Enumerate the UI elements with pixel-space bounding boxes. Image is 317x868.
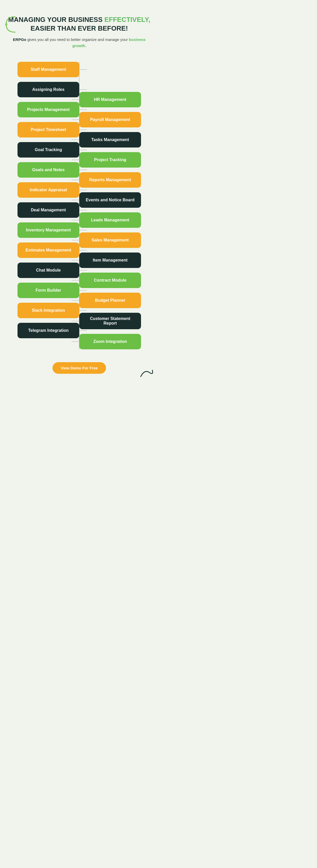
right-item-6[interactable]: Leads Management	[79, 212, 141, 228]
demo-button[interactable]: View Demo For Free	[53, 362, 106, 374]
left-item-12[interactable]: Slack Integration	[18, 303, 79, 318]
page-header: MANAGING YOUR BUSINESS EFFECTIVELY, EASI…	[5, 10, 153, 49]
left-item-7[interactable]: Deal Management	[18, 202, 79, 218]
brand-name: ERPGo	[13, 37, 26, 42]
left-item-10[interactable]: Chat Module	[18, 262, 79, 278]
right-item-7[interactable]: Sales Management	[79, 232, 141, 248]
title-part2: EASIER THAN EVER BEFORE!	[31, 25, 128, 32]
left-item-4[interactable]: Goal Tracking	[18, 142, 79, 158]
right-item-11[interactable]: Customer Statement Report	[79, 313, 141, 329]
right-item-1[interactable]: Payroll Management	[79, 112, 141, 127]
left-item-5[interactable]: Goals and Notes	[18, 162, 79, 178]
left-item-9[interactable]: Estimates Management	[18, 243, 79, 258]
left-item-1[interactable]: Assigning Roles	[18, 82, 79, 97]
right-item-9[interactable]: Contract Module	[79, 273, 141, 288]
left-item-6[interactable]: Indicator Appraisal	[18, 182, 79, 198]
right-item-10[interactable]: Budget Planner	[79, 293, 141, 308]
title-green: EFFECTIVELY,	[104, 16, 150, 24]
deco-curl-right	[139, 368, 155, 379]
right-item-0[interactable]: HR Management	[79, 92, 141, 107]
svg-point-0	[5, 23, 7, 26]
title-part1: MANAGING YOUR BUSINESS	[8, 16, 104, 24]
right-column: HR ManagementPayroll ManagementTasks Man…	[79, 62, 153, 349]
right-item-3[interactable]: Project Tracking	[79, 152, 141, 167]
subtitle: ERPGo gives you all you need to better o…	[8, 36, 151, 49]
left-item-13[interactable]: Telegram Integration	[18, 323, 79, 338]
left-item-3[interactable]: Project Timesheet	[18, 122, 79, 137]
right-item-4[interactable]: Reports Management	[79, 172, 141, 188]
left-item-11[interactable]: Form Builder	[18, 283, 79, 298]
feature-chart: Staff ManagementAssigning RolesProjects …	[5, 62, 153, 349]
right-item-8[interactable]: Item Management	[79, 252, 141, 268]
cta-section: View Demo For Free	[5, 362, 153, 374]
main-title: MANAGING YOUR BUSINESS EFFECTIVELY, EASI…	[8, 16, 151, 33]
right-item-2[interactable]: Tasks Management	[79, 132, 141, 148]
subtitle-plain: gives you all you need to better organiz…	[26, 37, 129, 42]
right-item-5[interactable]: Events and Notice Board	[79, 192, 141, 208]
left-column: Staff ManagementAssigning RolesProjects …	[5, 62, 79, 338]
left-item-0[interactable]: Staff Management	[18, 62, 79, 77]
deco-curl-left	[4, 16, 18, 33]
left-item-2[interactable]: Projects Management	[18, 102, 79, 117]
right-item-12[interactable]: Zoom Integration	[79, 334, 141, 349]
left-item-8[interactable]: Inventory Management	[18, 222, 79, 238]
